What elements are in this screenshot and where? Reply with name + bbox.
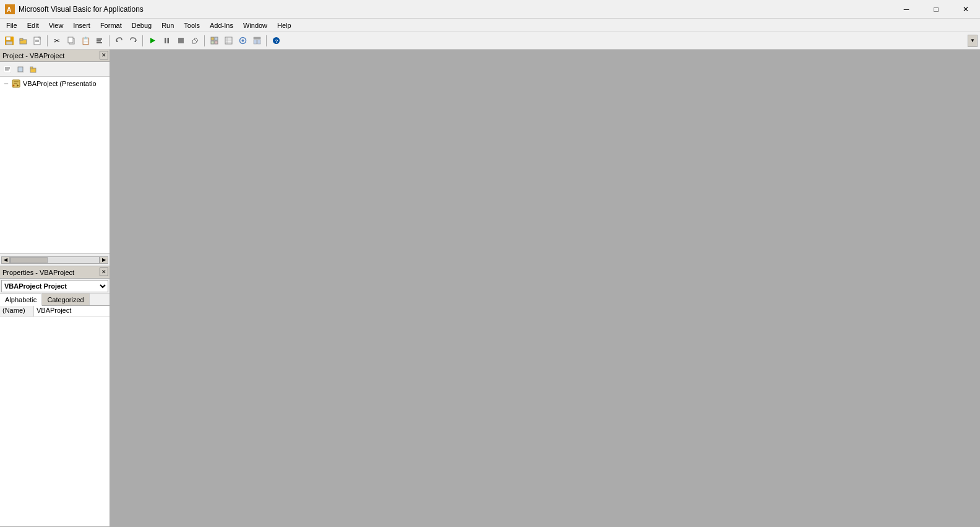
- properties-close-button[interactable]: ✕: [100, 268, 108, 276]
- svg-marker-17: [150, 38, 155, 43]
- props-tab-alphabetic[interactable]: Alphabetic: [0, 294, 42, 306]
- project-toggle-folders[interactable]: [27, 63, 40, 76]
- toolbar-pause[interactable]: [160, 34, 173, 48]
- svg-rect-19: [167, 38, 169, 43]
- menu-run[interactable]: Run: [157, 19, 179, 32]
- toolbar-find[interactable]: [93, 34, 106, 48]
- toolbar-undo[interactable]: [112, 34, 126, 48]
- project-close-button[interactable]: ✕: [100, 51, 108, 59]
- toolbar-new[interactable]: [31, 34, 45, 48]
- menu-tools[interactable]: Tools: [179, 19, 205, 32]
- toolbar-sep-2: [109, 35, 110, 46]
- svg-rect-26: [215, 41, 218, 44]
- toolbar-copy[interactable]: [64, 34, 78, 48]
- tree-expand-icon[interactable]: ─: [2, 80, 10, 87]
- props-tab-categorized[interactable]: Categorized: [42, 294, 89, 305]
- toolbar: ✂ 📋: [0, 32, 980, 50]
- project-view-object[interactable]: [14, 63, 27, 76]
- svg-rect-36: [257, 40, 260, 44]
- svg-rect-35: [254, 40, 257, 44]
- svg-rect-23: [211, 37, 214, 40]
- props-grid: (Name) VBAProject: [0, 306, 110, 526]
- toolbar-save[interactable]: [2, 34, 16, 48]
- title-bar-controls: ─ □ ✕: [892, 0, 980, 18]
- svg-rect-34: [254, 37, 260, 39]
- svg-rect-39: [4, 66, 11, 73]
- toolbar-project[interactable]: [207, 34, 221, 48]
- toolbar-scroll[interactable]: ▼: [968, 35, 978, 47]
- svg-marker-16: [134, 39, 136, 42]
- menu-addins[interactable]: Add-Ins: [205, 19, 238, 32]
- menu-bar: File Edit View Insert Format Debug Run T…: [0, 19, 980, 32]
- svg-rect-18: [165, 38, 166, 43]
- svg-rect-44: [18, 67, 23, 72]
- scroll-right-button[interactable]: ▶: [100, 256, 108, 264]
- svg-rect-3: [6, 37, 11, 40]
- menu-debug[interactable]: Debug: [127, 19, 157, 32]
- menu-edit[interactable]: Edit: [22, 19, 44, 32]
- toolbar-objbrowser[interactable]: [236, 34, 249, 48]
- props-row-name: (Name) VBAProject: [0, 306, 110, 317]
- project-panel-title: Project - VBAProject: [2, 52, 107, 59]
- toolbar-sep-5: [266, 35, 267, 46]
- svg-point-51: [13, 85, 15, 87]
- menu-insert[interactable]: Insert: [68, 19, 95, 32]
- svg-rect-20: [178, 38, 184, 43]
- props-dropdown-row: VBAProject Project: [0, 279, 110, 294]
- props-object-dropdown[interactable]: VBAProject Project: [1, 280, 108, 292]
- project-panel-toolbar: [0, 62, 110, 77]
- svg-text:A: A: [7, 6, 11, 13]
- toolbar-open[interactable]: [17, 34, 30, 48]
- props-value-cell[interactable]: VBAProject: [34, 306, 110, 316]
- minimize-button[interactable]: ─: [892, 0, 921, 19]
- properties-panel: Properties - VBAProject ✕ VBAProject Pro…: [0, 266, 110, 527]
- svg-point-33: [241, 40, 244, 42]
- svg-rect-12: [97, 38, 102, 40]
- svg-rect-6: [20, 38, 23, 40]
- menu-window[interactable]: Window: [238, 19, 272, 32]
- toolbar-design[interactable]: [188, 34, 202, 48]
- horizontal-scrollbar[interactable]: [10, 256, 100, 264]
- properties-panel-header: Properties - VBAProject ✕: [0, 266, 110, 279]
- close-button[interactable]: ✕: [952, 0, 980, 19]
- toolbar-stop[interactable]: [174, 34, 187, 48]
- toolbar-cut[interactable]: ✂: [50, 34, 64, 48]
- svg-rect-11: [68, 37, 73, 43]
- main-workspace: [110, 50, 980, 527]
- tree-item-vbaproject[interactable]: ─ VBAProject (Presentatio: [1, 78, 108, 89]
- svg-rect-24: [215, 37, 218, 40]
- svg-line-22: [194, 39, 197, 41]
- menu-file[interactable]: File: [1, 19, 22, 32]
- project-view-code[interactable]: [1, 63, 14, 76]
- svg-marker-15: [116, 39, 118, 42]
- menu-help[interactable]: Help: [272, 19, 296, 32]
- toolbar-sep-1: [47, 35, 48, 46]
- menu-view[interactable]: View: [44, 19, 69, 32]
- maximize-button[interactable]: □: [922, 0, 950, 19]
- toolbar-paste[interactable]: 📋: [79, 34, 92, 48]
- toolbar-sep-3: [142, 35, 143, 46]
- project-panel-header: Project - VBAProject ✕: [0, 50, 110, 62]
- scroll-left-button[interactable]: ◀: [1, 256, 10, 264]
- svg-rect-25: [211, 41, 214, 44]
- left-panels: Project - VBAProject ✕: [0, 50, 110, 527]
- svg-rect-4: [6, 41, 12, 45]
- props-tabs: Alphabetic Categorized: [0, 294, 110, 306]
- toolbar-run[interactable]: [145, 34, 159, 48]
- toolbar-sep-4: [204, 35, 205, 46]
- svg-marker-21: [192, 38, 198, 43]
- tree-item-label: VBAProject (Presentatio: [23, 80, 97, 87]
- scrollbar-thumb[interactable]: [11, 257, 48, 263]
- title-bar-text: Microsoft Visual Basic for Applications: [19, 5, 975, 14]
- svg-text:?: ?: [275, 38, 278, 44]
- toolbar-props[interactable]: [221, 34, 235, 48]
- app-icon: A: [5, 4, 15, 14]
- toolbar-redo[interactable]: [126, 34, 140, 48]
- toolbar-toolbox[interactable]: [250, 34, 264, 48]
- main-area: Project - VBAProject ✕: [0, 50, 980, 527]
- svg-rect-14: [97, 42, 102, 43]
- toolbar-help[interactable]: ?: [269, 34, 283, 48]
- properties-panel-title: Properties - VBAProject: [2, 269, 107, 276]
- menu-format[interactable]: Format: [95, 19, 127, 32]
- props-name-cell: (Name): [0, 306, 34, 316]
